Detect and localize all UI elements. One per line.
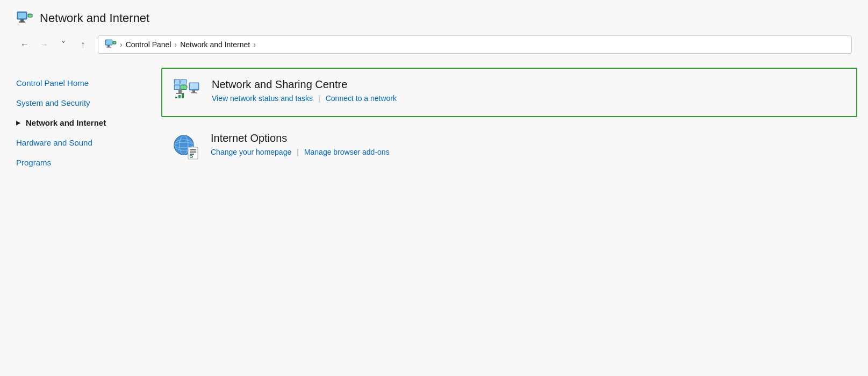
nav-bar: ← → ˅ ↑ › Control Panel › Network and In… <box>0 32 868 57</box>
svg-rect-35 <box>188 147 198 159</box>
svg-rect-8 <box>107 45 110 47</box>
sidebar-item-label: Hardware and Sound <box>16 138 92 147</box>
svg-rect-25 <box>191 92 197 93</box>
address-network-internet: Network and Internet <box>180 40 250 49</box>
svg-rect-36 <box>190 149 196 150</box>
sidebar-item-label: Network and Internet <box>26 118 106 127</box>
sidebar: Control Panel Home System and Security N… <box>0 68 150 376</box>
forward-button[interactable]: → <box>35 36 53 53</box>
manage-addons-link[interactable]: Manage browser add-ons <box>304 148 390 156</box>
svg-rect-5 <box>28 15 32 17</box>
connect-to-network-link[interactable]: Connect to a network <box>326 94 397 103</box>
page-title: Network and Internet <box>40 11 149 25</box>
sidebar-item-label: Programs <box>16 158 51 167</box>
link-divider-1: | <box>318 94 320 103</box>
network-sharing-info: Network and Sharing Centre View network … <box>212 78 397 103</box>
svg-rect-17 <box>175 85 180 89</box>
svg-rect-3 <box>19 21 25 23</box>
title-bar: Network and Internet <box>0 0 868 32</box>
network-sharing-title: Network and Sharing Centre <box>212 78 397 91</box>
view-network-status-link[interactable]: View network status and tasks <box>212 94 313 103</box>
address-bar-icon <box>105 39 117 50</box>
sidebar-item-system-security[interactable]: System and Security <box>16 93 134 113</box>
svg-rect-20 <box>178 90 182 93</box>
svg-rect-1 <box>18 13 26 18</box>
internet-options-item[interactable]: Internet Options Change your homepage | … <box>161 122 857 170</box>
svg-rect-11 <box>113 42 116 44</box>
address-sep-2: › <box>175 40 177 49</box>
sidebar-item-label: System and Security <box>16 98 90 107</box>
network-sharing-links: View network status and tasks | Connect … <box>212 94 397 103</box>
sidebar-item-network-internet[interactable]: Network and Internet <box>16 113 134 133</box>
svg-rect-9 <box>106 47 111 48</box>
internet-options-title: Internet Options <box>211 132 390 144</box>
svg-rect-28 <box>178 95 181 98</box>
svg-rect-19 <box>181 85 186 89</box>
address-bar[interactable]: › Control Panel › Network and Internet › <box>98 35 852 54</box>
content-panel: Network and Sharing Centre View network … <box>150 68 868 376</box>
address-sep-1: › <box>120 40 123 49</box>
svg-rect-13 <box>175 80 180 84</box>
network-sharing-item[interactable]: Network and Sharing Centre View network … <box>161 68 857 117</box>
sidebar-item-control-panel-home[interactable]: Control Panel Home <box>16 73 134 93</box>
svg-rect-37 <box>190 151 196 153</box>
svg-rect-29 <box>182 93 184 98</box>
svg-rect-27 <box>175 97 177 98</box>
internet-options-links: Change your homepage | Manage browser ad… <box>211 148 390 156</box>
address-sep-3: › <box>253 40 256 49</box>
address-control-panel: Control Panel <box>126 40 171 49</box>
internet-options-icon <box>172 132 200 160</box>
sidebar-item-hardware-sound[interactable]: Hardware and Sound <box>16 133 134 153</box>
svg-rect-23 <box>190 83 198 89</box>
svg-rect-15 <box>181 80 186 84</box>
svg-rect-38 <box>190 154 194 155</box>
title-bar-icon <box>16 10 33 27</box>
link-divider-2: | <box>297 148 299 156</box>
svg-rect-24 <box>192 90 195 92</box>
sidebar-item-label: Control Panel Home <box>16 78 89 88</box>
network-sharing-icon <box>173 78 201 106</box>
svg-rect-7 <box>106 40 112 45</box>
main-content: Control Panel Home System and Security N… <box>0 57 868 376</box>
sidebar-item-programs[interactable]: Programs <box>16 153 134 172</box>
change-homepage-link[interactable]: Change your homepage <box>211 148 291 156</box>
up-button[interactable]: ↑ <box>74 36 91 53</box>
window: Network and Internet ← → ˅ ↑ › Control P… <box>0 0 868 376</box>
back-button[interactable]: ← <box>16 36 33 53</box>
internet-options-info: Internet Options Change your homepage | … <box>211 132 390 156</box>
svg-rect-2 <box>20 19 24 21</box>
dropdown-button[interactable]: ˅ <box>55 36 72 53</box>
